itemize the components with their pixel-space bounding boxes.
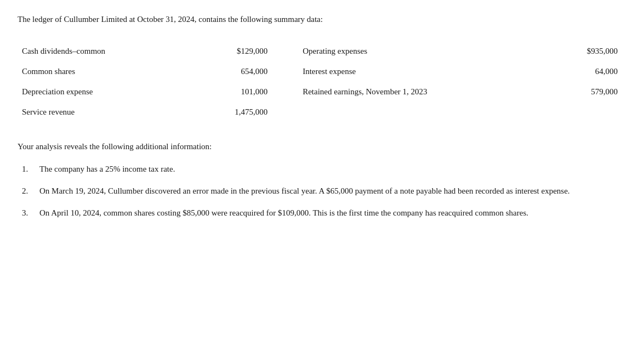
right-label: Retained earnings, November 1, 2023 (294, 82, 541, 102)
analysis-heading: Your analysis reveals the following addi… (18, 142, 626, 151)
ledger-row: Depreciation expense 101,000 Retained ea… (18, 82, 626, 102)
ledger-table: Cash dividends–common $129,000 Operating… (18, 41, 626, 122)
analysis-item: 1. The company has a 25% income tax rate… (18, 162, 626, 176)
ledger-row: Common shares 654,000 Interest expense 6… (18, 61, 626, 82)
ledger-row: Cash dividends–common $129,000 Operating… (18, 41, 626, 61)
list-number: 1. (18, 162, 39, 176)
list-number: 3. (18, 206, 39, 219)
left-amount: 101,000 (188, 82, 294, 102)
list-number: 2. (18, 184, 39, 197)
left-amount: $129,000 (188, 41, 294, 61)
right-amount (541, 102, 626, 122)
analysis-item: 3. On April 10, 2024, common shares cost… (18, 206, 626, 219)
analysis-list: 1. The company has a 25% income tax rate… (18, 162, 626, 219)
analysis-item: 2. On March 19, 2024, Cullumber discover… (18, 184, 626, 197)
right-amount: $935,000 (541, 41, 626, 61)
list-text: The company has a 25% income tax rate. (39, 162, 626, 176)
left-label: Cash dividends–common (18, 41, 188, 61)
right-amount: 579,000 (541, 82, 626, 102)
right-label: Operating expenses (294, 41, 541, 61)
analysis-section: Your analysis reveals the following addi… (18, 142, 626, 219)
right-amount: 64,000 (541, 61, 626, 82)
right-label (294, 102, 541, 122)
intro-text: The ledger of Cullumber Limited at Octob… (18, 13, 626, 26)
left-amount: 654,000 (188, 61, 294, 82)
right-label: Interest expense (294, 61, 541, 82)
list-text: On April 10, 2024, common shares costing… (39, 206, 626, 219)
ledger-row: Service revenue 1,475,000 (18, 102, 626, 122)
left-label: Depreciation expense (18, 82, 188, 102)
left-label: Common shares (18, 61, 188, 82)
left-label: Service revenue (18, 102, 188, 122)
left-amount: 1,475,000 (188, 102, 294, 122)
list-text: On March 19, 2024, Cullumber discovered … (39, 184, 626, 197)
